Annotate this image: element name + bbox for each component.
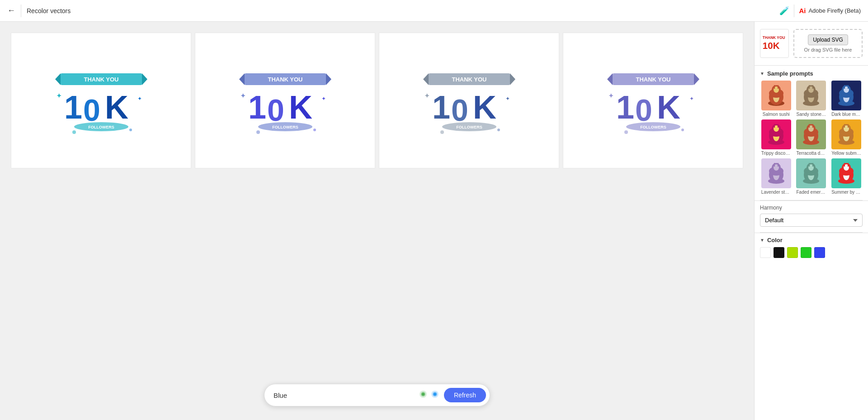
svg-text:✦: ✦ bbox=[137, 95, 142, 102]
svg-text:✦: ✦ bbox=[689, 95, 694, 102]
image-svg-2: THANK YOU 1 0 K FOLLOWERS ✦ ✦ bbox=[231, 60, 340, 141]
refresh-button[interactable]: Refresh bbox=[444, 388, 486, 402]
upload-svg-button[interactable]: Upload SVG bbox=[808, 34, 848, 45]
svg-rect-130 bbox=[844, 163, 845, 167]
prompt-label-6: Yellow submari... bbox=[831, 151, 861, 156]
image-card-4[interactable]: THANK YOU 1 0 K FOLLOWERS ✦ ✦ bbox=[563, 33, 743, 168]
svg-point-12 bbox=[129, 129, 132, 131]
prompt-thumb-dark-blue[interactable]: Dark blue mid... bbox=[830, 81, 863, 117]
prompt-thumb-sandy-stone[interactable]: Sandy stone be... bbox=[795, 81, 828, 117]
prompt-thumb-summer[interactable]: Summer by th... bbox=[830, 158, 863, 195]
image-card-1[interactable]: THANK YOU 1 0 K FOLLOWERS ✦ ✦ bbox=[11, 33, 191, 168]
prompt-thumb-lavender-storm[interactable]: Lavender storm bbox=[760, 158, 793, 195]
svg-rect-114 bbox=[774, 163, 775, 167]
prompt-icons bbox=[419, 390, 439, 401]
prompt-thumb-trippy-disco[interactable]: Trippy disco lig... bbox=[760, 119, 793, 156]
svg-rect-123 bbox=[812, 163, 813, 167]
lab-icon: 🧪 bbox=[779, 6, 789, 16]
svg-rect-115 bbox=[778, 163, 778, 167]
color-section-header[interactable]: ▼ Color bbox=[760, 237, 863, 243]
svg-point-25 bbox=[313, 129, 316, 131]
svg-text:✦: ✦ bbox=[240, 92, 246, 100]
svg-marker-42 bbox=[694, 73, 699, 85]
upload-drop-text: Or drag SVG file here bbox=[804, 47, 852, 52]
svg-rect-122 bbox=[809, 163, 810, 167]
svg-text:K: K bbox=[473, 89, 496, 125]
image-svg-4: THANK YOU 1 0 K FOLLOWERS ✦ ✦ bbox=[599, 60, 708, 141]
prompt-thumb-img-1 bbox=[761, 81, 791, 110]
svg-rect-98 bbox=[809, 124, 810, 128]
prompt-thumb-img-3 bbox=[831, 81, 861, 110]
prompt-label-9: Summer by th... bbox=[831, 190, 861, 195]
header-left: ← Recolor vectors bbox=[7, 5, 71, 17]
prompt-thumb-img-6 bbox=[831, 119, 861, 149]
generate-icon-btn[interactable] bbox=[419, 390, 428, 401]
color-section: ▼ Color bbox=[755, 233, 868, 263]
color-swatch-blue[interactable] bbox=[814, 247, 825, 258]
refresh-icon-btn[interactable] bbox=[430, 390, 439, 401]
svg-text:✦: ✦ bbox=[56, 92, 62, 100]
svg-rect-66 bbox=[774, 85, 775, 89]
svg-point-24 bbox=[256, 130, 260, 134]
back-arrow-icon: ← bbox=[7, 6, 15, 15]
prompt-bar: Blue Refresh bbox=[264, 384, 490, 406]
svg-text:✦: ✦ bbox=[424, 92, 430, 100]
svg-point-11 bbox=[72, 130, 76, 134]
svg-marker-41 bbox=[607, 73, 613, 85]
refresh-small-icon bbox=[430, 390, 439, 399]
svg-text:K: K bbox=[657, 89, 680, 125]
image-card-3[interactable]: THANK YOU 1 0 K FOLLOWERS ✦ ✦ bbox=[379, 33, 559, 168]
prompt-thumb-img-8 bbox=[796, 158, 826, 188]
prompt-thumb-terracotta[interactable]: Terracotta desert bbox=[795, 119, 828, 156]
svg-rect-91 bbox=[778, 124, 778, 128]
right-panel: THANK YOU 10K Upload SVG Or drag SVG fil… bbox=[754, 22, 868, 420]
prompt-thumb-faded-emerald[interactable]: Faded emerald... bbox=[795, 158, 828, 195]
prompt-label-3: Dark blue mid... bbox=[831, 112, 861, 117]
svg-rect-82 bbox=[844, 85, 845, 89]
svg-point-51 bbox=[681, 129, 684, 131]
color-label: Color bbox=[767, 237, 783, 243]
svg-rect-107 bbox=[848, 124, 849, 128]
prompt-label-2: Sandy stone be... bbox=[796, 112, 826, 117]
prompt-thumb-yellow-submarine[interactable]: Yellow submari... bbox=[830, 119, 863, 156]
sample-prompts-chevron: ▼ bbox=[760, 71, 764, 76]
color-swatch-green[interactable] bbox=[801, 247, 811, 258]
back-button[interactable]: ← bbox=[7, 6, 15, 15]
preview-svg: THANK YOU 10K bbox=[762, 33, 787, 54]
harmony-select[interactable]: Default Analogous Complementary Triadic bbox=[760, 214, 863, 227]
image-card-2[interactable]: THANK YOU 1 0 K FOLLOWERS ✦ ✦ bbox=[195, 33, 375, 168]
prompt-thumb-img-7 bbox=[761, 158, 791, 188]
header-right: 🧪 Ai Adobe Firefly (Beta) bbox=[779, 5, 861, 17]
svg-text:1: 1 bbox=[616, 89, 634, 125]
prompt-label-1: Salmon sushi bbox=[763, 112, 790, 117]
prompt-thumb-salmon-sushi[interactable]: Salmon sushi bbox=[760, 81, 793, 117]
firefly-label: Adobe Firefly (Beta) bbox=[808, 7, 861, 14]
svg-text:FOLLOWERS: FOLLOWERS bbox=[272, 125, 298, 129]
sample-prompts-header[interactable]: ▼ Sample prompts bbox=[755, 66, 868, 81]
color-swatches bbox=[760, 247, 863, 258]
svg-text:THANK YOU: THANK YOU bbox=[636, 76, 670, 83]
svg-text:THANK YOU: THANK YOU bbox=[268, 76, 302, 83]
svg-rect-99 bbox=[812, 124, 813, 128]
prompt-input[interactable]: Blue bbox=[274, 391, 414, 399]
color-swatch-white[interactable] bbox=[760, 247, 771, 258]
svg-marker-28 bbox=[423, 73, 429, 85]
upload-drop-area[interactable]: Upload SVG Or drag SVG file here bbox=[793, 29, 863, 58]
svg-text:FOLLOWERS: FOLLOWERS bbox=[88, 125, 114, 129]
svg-marker-16 bbox=[326, 73, 331, 85]
svg-point-37 bbox=[440, 130, 444, 134]
color-swatch-black[interactable] bbox=[774, 247, 784, 258]
harmony-label: Harmony bbox=[760, 205, 863, 211]
svg-rect-90 bbox=[774, 124, 775, 128]
color-swatch-yellow-green[interactable] bbox=[787, 247, 798, 258]
svg-text:THANK YOU: THANK YOU bbox=[763, 35, 785, 40]
app-header: ← Recolor vectors 🧪 Ai Adobe Firefly (Be… bbox=[0, 0, 868, 22]
svg-text:✦: ✦ bbox=[321, 95, 326, 102]
svg-text:✦: ✦ bbox=[608, 92, 614, 100]
svg-text:FOLLOWERS: FOLLOWERS bbox=[640, 125, 666, 129]
svg-point-38 bbox=[497, 129, 500, 131]
prompt-thumb-img-5 bbox=[796, 119, 826, 149]
svg-text:1: 1 bbox=[432, 89, 450, 125]
svg-text:10K: 10K bbox=[763, 40, 780, 51]
svg-text:THANK YOU: THANK YOU bbox=[84, 76, 118, 83]
